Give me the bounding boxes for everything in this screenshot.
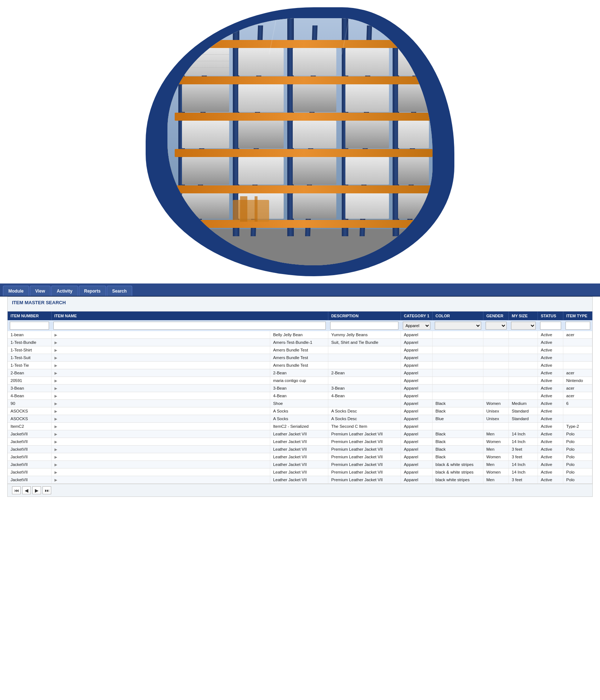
table-row[interactable]: JacketVII▶Leather Jacket VIIPremium Leat… [8,476,592,484]
table-row[interactable]: JacketVII▶Leather Jacket VIIPremium Leat… [8,446,592,453]
col-header-status: STATUS [538,311,563,320]
expand-icon[interactable]: ▶ [51,400,270,407]
svg-rect-33 [293,121,336,148]
expand-icon[interactable]: ▶ [51,392,270,400]
warehouse-svg [167,18,433,265]
filter-item-number-input[interactable] [10,322,49,330]
filter-category1-select[interactable]: Apparel [403,322,430,330]
cell-col-category: Apparel [401,385,432,392]
nav-tab-view[interactable]: View [30,286,50,296]
cell-col-item-number: 1-Test-Shirt [8,346,51,354]
table-row[interactable]: 1-Test-Shirt▶Amers Bundle TestApparelAct… [8,346,592,354]
filter-gender-select[interactable] [486,322,507,330]
expand-icon[interactable]: ▶ [51,339,270,346]
table-row[interactable]: 3-Bean▶3-Bean3-BeanApparelActiveacer [8,385,592,392]
table-row[interactable]: ASOCKS▶A SocksA Socks DescApparelBlueUni… [8,415,592,423]
expand-icon[interactable]: ▶ [51,362,270,369]
table-row[interactable]: JacketVII▶Leather Jacket VIIPremium Leat… [8,468,592,476]
expand-icon[interactable]: ▶ [51,407,270,415]
svg-rect-41 [182,193,229,219]
cell-col-item-name: Leather Jacket VII [270,476,328,484]
app-container: ITEM MASTER SEARCH ITEM NUMBER ITEM NAME… [7,297,593,497]
nav-tab-module[interactable]: Module [3,286,29,296]
expand-icon[interactable]: ▶ [51,438,270,446]
expand-icon[interactable]: ▶ [51,354,270,362]
item-master-table: ITEM NUMBER ITEM NAME DESCRIPTION CATEGO… [8,311,592,484]
expand-icon[interactable]: ▶ [51,476,270,484]
filter-item-type-input[interactable] [565,322,590,330]
table-row[interactable]: ItemC2▶ItemC2 - SerializedThe Second C I… [8,423,592,430]
expand-icon[interactable]: ▶ [51,423,270,430]
expand-icon[interactable]: ▶ [51,468,270,476]
filter-item-name-input[interactable] [53,322,326,330]
cell-col-my-size [509,377,538,385]
cell-col-category: Apparel [401,331,432,339]
filter-row: Apparel [8,320,592,331]
filter-description[interactable] [328,320,401,331]
table-row[interactable]: 1-Test-Bundle▶Amers-Test-Bundle-1Suit, S… [8,339,592,346]
nav-tab-search[interactable]: Search [107,286,132,296]
col-header-category1: CATEGORY 1 [401,311,432,320]
filter-description-input[interactable] [330,322,398,330]
expand-icon[interactable]: ▶ [51,446,270,453]
nav-tab-reports[interactable]: Reports [79,286,106,296]
cell-col-item-number: JacketVII [8,438,51,446]
cell-col-gender [483,339,509,346]
filter-status-input[interactable] [540,322,561,330]
table-row[interactable]: JacketVII▶Leather Jacket VIIPremium Leat… [8,453,592,461]
filter-item-type[interactable] [563,320,592,331]
filter-item-number[interactable] [8,320,51,331]
table-row[interactable]: 4-Bean▶4-Bean4-BeanApparelActiveacer [8,392,592,400]
svg-rect-31 [182,121,229,148]
expand-icon[interactable]: ▶ [51,346,270,354]
table-row[interactable]: 1-Test-Tie▶Amers Bundle TestApparelActiv… [8,362,592,369]
filter-item-name[interactable] [51,320,328,331]
svg-rect-36 [182,157,229,185]
table-row[interactable]: JacketVII▶Leather Jacket VIIPremium Leat… [8,430,592,438]
cell-col-item-type: 6 [563,400,592,407]
table-row[interactable]: JacketVII▶Leather Jacket VIIPremium Leat… [8,461,592,468]
filter-my-size-select[interactable] [511,322,536,330]
filter-status[interactable] [538,320,563,331]
cell-col-item-number: 2-Bean [8,369,51,377]
filter-gender[interactable] [483,320,509,331]
expand-icon[interactable]: ▶ [51,377,270,385]
expand-icon[interactable]: ▶ [51,430,270,438]
cell-col-item-number: JacketVII [8,430,51,438]
filter-category1[interactable]: Apparel [401,320,432,331]
table-row[interactable]: 2-Bean▶2-Bean2-BeanApparelActiveacer [8,369,592,377]
filter-my-size[interactable] [509,320,538,331]
filter-color[interactable] [433,320,483,331]
table-row[interactable]: ASOCKS▶A SocksA Socks DescApparelBlackUn… [8,407,592,415]
expand-icon[interactable]: ▶ [51,331,270,339]
expand-icon[interactable]: ▶ [51,461,270,468]
cell-col-my-size [509,362,538,369]
filter-color-select[interactable] [435,322,481,330]
table-row[interactable]: 20591▶maria contigo cupApparelActiveNint… [8,377,592,385]
cell-col-my-size: 14 Inch [509,468,538,476]
cell-col-gender [483,362,509,369]
svg-rect-15 [175,149,433,157]
cell-col-description: Premium Leather Jacket VII [328,468,401,476]
cell-col-my-size [509,346,538,354]
cell-col-item-name: Leather Jacket VII [270,468,328,476]
cell-col-item-name: Shoe [270,400,328,407]
cell-col-description: Yummy Jelly Beans [328,331,401,339]
svg-rect-43 [293,193,336,219]
table-row[interactable]: 1-Test-Suit▶Amers Bundle TestApparelActi… [8,354,592,362]
table-row[interactable]: 1-bean▶Belly Jelly BeanYummy Jelly Beans… [8,331,592,339]
table-row[interactable]: JacketVII▶Leather Jacket VIIPremium Leat… [8,438,592,446]
nav-tab-activity[interactable]: Activity [51,286,78,296]
expand-icon[interactable]: ▶ [51,415,270,423]
cell-col-category: Apparel [401,476,432,484]
table-row[interactable]: 90▶ShoeApparelBlackWomenMediumActive6 [8,400,592,407]
expand-icon[interactable]: ▶ [51,369,270,377]
expand-icon[interactable]: ▶ [51,385,270,392]
next-page-button[interactable]: ▶ [32,486,41,494]
cell-col-status: Active [538,392,563,400]
first-page-button[interactable]: ⏮ [12,486,21,494]
expand-icon[interactable]: ▶ [51,453,270,461]
prev-page-button[interactable]: ◀ [22,486,31,494]
cell-col-gender: Unisex [483,407,509,415]
last-page-button[interactable]: ⏭ [42,486,51,494]
